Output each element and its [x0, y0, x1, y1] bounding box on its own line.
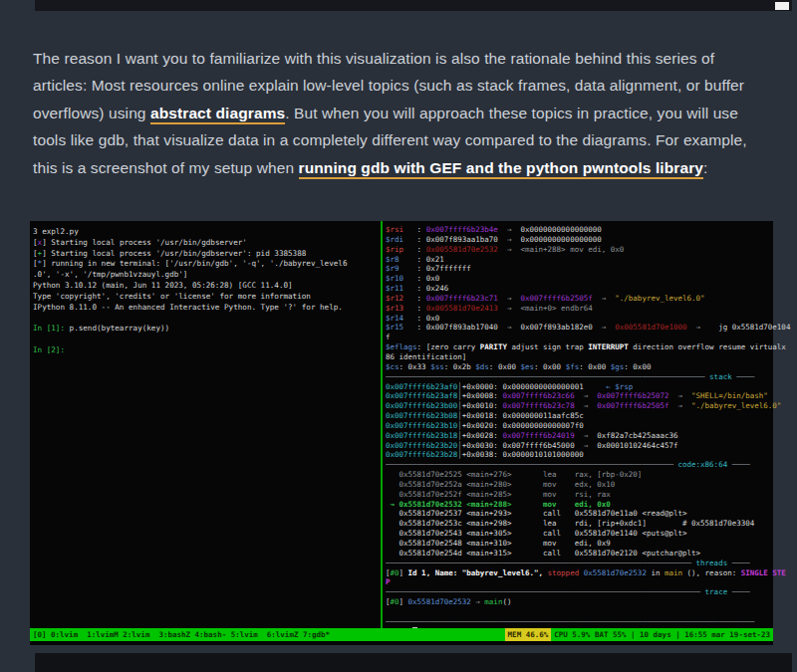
section-label: code:x86:64	[673, 460, 732, 469]
terminal-line	[33, 313, 380, 324]
terminal-line: In [1]: p.send(bytearray(key))	[33, 324, 380, 335]
terminal-line: $rip : 0x005581d70e2532 → <main+288> mov…	[386, 245, 797, 255]
status-cpu-bat-clock: CPU 5.9% BAT 55% | 10 days | 16:55 mar 1…	[551, 630, 773, 639]
terminal-line: 0x5581d70e2537 <main+293> call 0x5581d70…	[386, 509, 797, 519]
gdb-gef-pane: $rsi : 0x007ffff6b23b4e → 0x000000000000…	[386, 225, 797, 628]
terminal-line: 0x007ffff6b23b18│+0x0028: 0x007ffff6b240…	[386, 431, 797, 441]
terminal-line: 0x5581d70e2525 <main+276> lea rax, [rbp-…	[386, 470, 797, 480]
terminal-line: 86 identification]	[386, 352, 797, 362]
paragraph-text: :	[703, 159, 707, 176]
terminal-line: .0', '-x', '/tmp/pwnb1vzauyl.gdb']	[33, 270, 380, 281]
terminal-line: IPython 8.11.0 -- An enhanced Interactiv…	[33, 303, 380, 314]
gef-section-separator: ────────────────────────────────────────…	[386, 559, 797, 568]
terminal-line: $r15 : 0x007f893ab17040 → 0x007f893ab182…	[386, 323, 797, 333]
terminal-line: 3 expl2.py	[33, 227, 380, 238]
terminal-line: 0x5581d70e252f <main+285> mov rsi, rax	[386, 490, 797, 500]
terminal-line: 0x007ffff6b23af0│+0x0000: 0x000000000000…	[386, 382, 797, 392]
terminal-line: f	[386, 333, 797, 342]
terminal-line: [#0] Id 1, Name: "babyrev_level6.", stop…	[386, 568, 797, 578]
section-label: trace	[700, 587, 732, 596]
code-block-top-edge	[35, 0, 792, 11]
terminal-line: 0x007ffff6b23b20│+0x0030: 0x007ffff6b450…	[386, 441, 797, 451]
terminal-line: 0x007ffff6b23b00│+0x0010: 0x007ffff6b23c…	[386, 401, 797, 411]
terminal-line: 0x007ffff6b23b08│+0x0018: 0x000000011aaf…	[386, 411, 797, 421]
terminal-line: Type 'copyright', 'credits' or 'license'…	[33, 292, 380, 303]
terminal-line: $r10 : 0x0	[386, 274, 797, 284]
terminal-line: 0x007ffff6b23b10│+0x0020: 0x000000000000…	[386, 421, 797, 431]
terminal-line	[33, 335, 380, 345]
terminal-line: 0x5581d70e253c <main+298> lea rdi, [rip+…	[386, 519, 797, 529]
terminal-line: $r11 : 0x246	[386, 284, 797, 294]
terminal-line: $cs: 0x33 $ss: 0x2b $ds: 0x00 $es: 0x00 …	[386, 362, 797, 372]
terminal-line: Python 3.10.12 (main, Jun 11 2023, 05:26…	[33, 281, 380, 292]
terminal-line	[386, 607, 797, 617]
terminal-line: $rdi : 0x007f893aa1ba70 → 0x000000000000…	[386, 235, 797, 245]
blog-page: { "article": { "paragraph": [ {"t": "The…	[0, 0, 797, 672]
gef-section-separator: ────────────────────────────────────────…	[386, 372, 797, 382]
section-label: stack	[705, 372, 737, 381]
horizontal-scrollbar-thumb[interactable]	[775, 2, 789, 10]
terminal-line: [+] Starting local process '/usr/bin/gdb…	[33, 249, 380, 260]
gef-section-separator: ────────────────────────────────────────…	[386, 617, 797, 627]
terminal-line: 0x007ffff6b23af8│+0x0008: 0x007ffff6b23c…	[386, 391, 797, 401]
terminal-line: [*] running in new terminal: ['/usr/bin/…	[33, 259, 380, 270]
terminal-line: [#0] 0x5581d70e2532 → main()	[386, 597, 797, 607]
terminal-line: 0x5581d70e2543 <main+305> call 0x5581d70…	[386, 529, 797, 539]
terminal-line: $eflags: [zero carry PARITY adjust sign …	[386, 342, 797, 352]
terminal-line: 0x007ffff6b23b28│+0x0038: 0x000001010100…	[386, 450, 797, 460]
python-pwntools-pane: 3 expl2.py[x] Starting local process '/u…	[33, 227, 380, 625]
terminal-line: $r8 : 0x21	[386, 255, 797, 265]
terminal-line: $r12 : 0x007ffff6b23c71 → 0x007ffff6b250…	[386, 294, 797, 304]
terminal-line: 0x5581d70e254d <main+315> call 0x5581d70…	[386, 549, 797, 559]
link-abstract-diagrams[interactable]: abstract diagrams	[150, 105, 285, 124]
terminal-line: $r13 : 0x005581d70e2413 → <main+0> endbr…	[386, 304, 797, 314]
terminal-line: [x] Starting local process '/usr/bin/gdb…	[33, 238, 380, 249]
tmux-status-bar: [0] 0:lvim 1:lvimM 2:lvim 3:bashZ 4:bash…	[30, 628, 773, 641]
code-block-bottom-edge	[35, 653, 792, 672]
terminal-line: P	[386, 577, 797, 587]
gef-section-separator: ────────────────────────────────────────…	[386, 587, 797, 597]
terminal-line: $rsi : 0x007ffff6b23b4e → 0x000000000000…	[386, 225, 797, 235]
terminal-line: 0x5581d70e2548 <main+310> mov edi, 0x9	[386, 539, 797, 549]
tmux-pane-divider	[381, 221, 383, 628]
status-mem-badge: MEM 46.6%	[505, 628, 552, 641]
terminal-line: → 0x5581d70e2532 <main+288> mov edi, 0x0	[386, 500, 797, 510]
terminal-line: 0x5581d70e252a <main+280> mov edx, 0x10	[386, 480, 797, 490]
terminal-screenshot: 3 expl2.py[x] Starting local process '/u…	[30, 221, 773, 645]
terminal-line: $r14 : 0x0	[386, 314, 797, 324]
link-gdb-gef-pwntools[interactable]: running gdb with GEF and the python pwnt…	[299, 159, 703, 179]
section-label: threads	[691, 559, 732, 567]
gef-section-separator: ────────────────────────────────────────…	[386, 460, 797, 470]
terminal-line: $r9 : 0x7fffffff	[386, 264, 797, 274]
terminal-line: In [2]:	[33, 345, 380, 356]
tmux-window-list: [0] 0:lvim 1:lvimM 2:lvim 3:bashZ 4:bash…	[30, 630, 330, 639]
article-paragraph: The reason I want you to familiarize wit…	[33, 45, 772, 182]
